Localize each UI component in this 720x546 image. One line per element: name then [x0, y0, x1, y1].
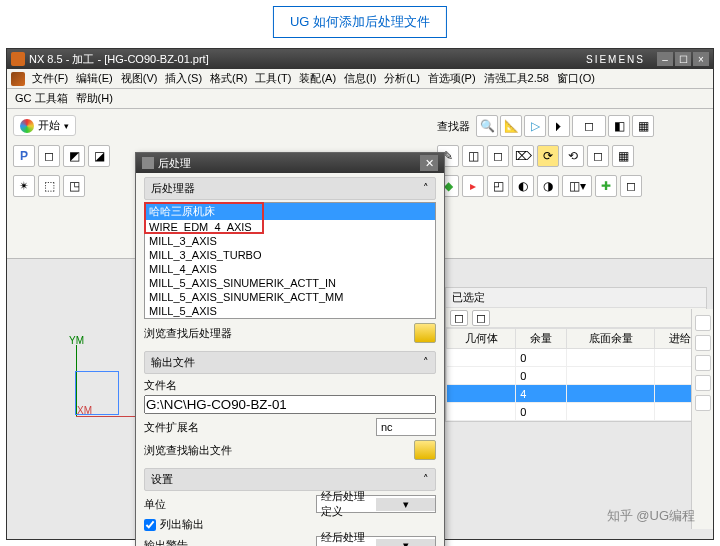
tb-icon[interactable]: ▷ [524, 115, 546, 137]
tb-icon[interactable]: ⏵ [548, 115, 570, 137]
tb-p-icon[interactable]: P [13, 145, 35, 167]
tb-icon[interactable]: ◪ [88, 145, 110, 167]
tb-icon[interactable]: ✴ [13, 175, 35, 197]
table-row[interactable]: 4 [447, 385, 706, 403]
tb-icon[interactable]: ⟲ [562, 145, 584, 167]
menu-preferences[interactable]: 首选项(P) [425, 71, 479, 86]
tb-icon[interactable]: ◑ [537, 175, 559, 197]
watermark: 知乎 @UG编程 [607, 507, 695, 525]
panel-tool-icon[interactable]: ◻ [450, 310, 468, 326]
menu-info[interactable]: 信息(I) [341, 71, 379, 86]
tb-icon[interactable]: ▦ [612, 145, 634, 167]
menu-window[interactable]: 窗口(O) [554, 71, 598, 86]
menu-edit[interactable]: 编辑(E) [73, 71, 116, 86]
processor-listbox[interactable]: 哈哈三原机床 WIRE_EDM_4_AXIS MILL_3_AXIS MILL_… [144, 202, 436, 319]
minimize-button[interactable]: – [657, 52, 673, 66]
tb-icon[interactable]: ◐ [512, 175, 534, 197]
chevron-down-icon: ▾ [376, 498, 435, 511]
section-output-header[interactable]: 输出文件 ˄ [144, 351, 436, 374]
warn-value: 经后处理定义 [317, 530, 376, 546]
titlebar: NX 8.5 - 加工 - [HG-CO90-BZ-01.prt] SIEMEN… [7, 49, 713, 69]
col-bottom-margin[interactable]: 底面余量 [567, 329, 654, 349]
list-item[interactable]: MILL_4_AXIS [145, 262, 435, 276]
menu-format[interactable]: 格式(R) [207, 71, 250, 86]
browse-output-label: 浏览查找输出文件 [144, 443, 232, 458]
browse-processor-button[interactable] [414, 323, 436, 343]
list-output-label: 列出输出 [160, 517, 204, 532]
sidebar-tool-icon[interactable] [695, 335, 711, 351]
sidebar-tool-icon[interactable] [695, 315, 711, 331]
list-output-checkbox[interactable] [144, 519, 156, 531]
list-item[interactable]: MILL_3_AXIS [145, 234, 435, 248]
tb-icon[interactable]: ⬚ [38, 175, 60, 197]
tb-icon[interactable]: ⟳ [537, 145, 559, 167]
table-row[interactable]: 0 [447, 367, 706, 385]
col-geometry[interactable]: 几何体 [447, 329, 516, 349]
tb-icon[interactable]: ◻ [620, 175, 642, 197]
list-item[interactable]: WIRE_EDM_4_AXIS [145, 220, 435, 234]
menu-view[interactable]: 视图(V) [118, 71, 161, 86]
ext-label: 文件扩展名 [144, 420, 216, 435]
tb-icon[interactable]: ◳ [63, 175, 85, 197]
menu-gc-toolbox[interactable]: GC 工具箱 [15, 91, 68, 106]
unit-label: 单位 [144, 497, 216, 512]
panel-tool-icon[interactable]: ◻ [472, 310, 490, 326]
tb-icon[interactable]: ◻ [587, 145, 609, 167]
section-processor-label: 后处理器 [151, 181, 195, 196]
tb-icon[interactable]: ◻ [38, 145, 60, 167]
list-item[interactable]: 哈哈三原机床 [145, 203, 435, 220]
list-item[interactable]: MILL_5_AXIS [145, 304, 435, 318]
start-label: 开始 [38, 118, 60, 133]
postprocess-dialog: 后处理 ✕ 后处理器 ˄ 哈哈三原机床 WIRE_EDM_4_AXIS MILL… [135, 152, 445, 546]
sidebar-tool-icon[interactable] [695, 375, 711, 391]
tb-icon[interactable]: ◻ [572, 115, 606, 137]
dialog-icon [142, 157, 154, 169]
dialog-titlebar[interactable]: 后处理 ✕ [136, 153, 444, 173]
window-buttons: – ☐ × [657, 52, 709, 66]
maximize-button[interactable]: ☐ [675, 52, 691, 66]
tb-icon[interactable]: ◫▾ [562, 175, 592, 197]
tb-icon[interactable]: 🔍 [476, 115, 498, 137]
tb-icon[interactable]: ◩ [63, 145, 85, 167]
tb-icon[interactable]: ◰ [487, 175, 509, 197]
menubar: 文件(F) 编辑(E) 视图(V) 插入(S) 格式(R) 工具(T) 装配(A… [7, 69, 713, 89]
tb-icon[interactable]: ▦ [632, 115, 654, 137]
tb-icon[interactable]: ✚ [595, 175, 617, 197]
table-row[interactable]: 0 [447, 403, 706, 421]
warn-combo[interactable]: 经后处理定义 ▾ [316, 536, 436, 546]
filename-input[interactable] [144, 395, 436, 414]
table-row[interactable]: 0 [447, 349, 706, 367]
section-settings-header[interactable]: 设置 ˄ [144, 468, 436, 491]
dialog-close-button[interactable]: ✕ [420, 155, 438, 171]
close-button[interactable]: × [693, 52, 709, 66]
tb-icon[interactable]: ⌦ [512, 145, 534, 167]
warn-label: 输出警告 [144, 538, 216, 547]
menu-insert[interactable]: 插入(S) [162, 71, 205, 86]
unit-value: 经后处理定义 [317, 489, 376, 519]
menu-file[interactable]: 文件(F) [29, 71, 71, 86]
menu-help[interactable]: 帮助(H) [76, 91, 113, 106]
menu-analysis[interactable]: 分析(L) [381, 71, 422, 86]
tb-icon[interactable]: ◧ [608, 115, 630, 137]
browse-output-button[interactable] [414, 440, 436, 460]
section-processor-header[interactable]: 后处理器 ˄ [144, 177, 436, 200]
caption-box: UG 如何添加后处理文件 [273, 6, 447, 38]
tb-icon[interactable]: ◫ [462, 145, 484, 167]
menu-assembly[interactable]: 装配(A) [296, 71, 339, 86]
col-margin[interactable]: 余量 [516, 329, 567, 349]
title-text: NX 8.5 - 加工 - [HG-CO90-BZ-01.prt] [29, 52, 209, 67]
menu-tools[interactable]: 工具(T) [252, 71, 294, 86]
ext-input[interactable] [376, 418, 436, 436]
sidebar-tool-icon[interactable] [695, 395, 711, 411]
browse-processor-label: 浏览查找后处理器 [144, 326, 232, 341]
unit-combo[interactable]: 经后处理定义 ▾ [316, 495, 436, 513]
sidebar-tool-icon[interactable] [695, 355, 711, 371]
tb-icon[interactable]: 📐 [500, 115, 522, 137]
list-item[interactable]: MILL_5_AXIS_SINUMERIK_ACTT_MM [145, 290, 435, 304]
tb-icon[interactable]: ◻ [487, 145, 509, 167]
list-item[interactable]: MILL_3_AXIS_TURBO [145, 248, 435, 262]
list-item[interactable]: MILL_5_AXIS_SINUMERIK_ACTT_IN [145, 276, 435, 290]
menu-qingqiang[interactable]: 清强工具2.58 [481, 71, 552, 86]
start-button[interactable]: 开始 ▾ [13, 115, 76, 136]
tb-icon[interactable]: ▸ [462, 175, 484, 197]
